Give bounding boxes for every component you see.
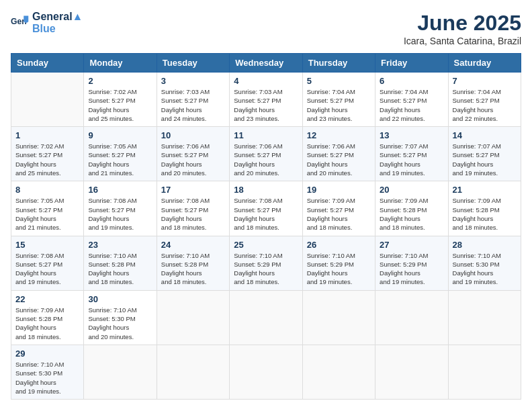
day-number: 17 — [161, 185, 225, 195]
calendar-cell: 3 Sunrise: 7:03 AM Sunset: 5:27 PM Dayli… — [157, 73, 229, 127]
calendar-cell — [157, 290, 229, 345]
day-info: Sunrise: 7:04 AM Sunset: 5:27 PM Dayligh… — [380, 87, 443, 123]
day-info: Sunrise: 7:05 AM Sunset: 5:27 PM Dayligh… — [88, 142, 152, 177]
month-title: June 2025 — [404, 11, 521, 36]
calendar-cell: 7 Sunrise: 7:04 AM Sunset: 5:27 PM Dayli… — [448, 73, 521, 127]
day-info: Sunrise: 7:08 AM Sunset: 5:27 PM Dayligh… — [15, 251, 79, 287]
page-header: Gen General▲ Blue June 2025 Icara, Santa… — [11, 11, 521, 46]
logo-text: General▲ Blue — [32, 11, 83, 35]
day-info: Sunrise: 7:10 AM Sunset: 5:29 PM Dayligh… — [380, 251, 443, 287]
calendar-week-4: 15 Sunrise: 7:08 AM Sunset: 5:27 PM Dayl… — [11, 236, 521, 290]
calendar-cell — [375, 290, 448, 345]
calendar-cell — [230, 345, 302, 399]
day-number: 4 — [234, 76, 298, 86]
calendar-cell — [11, 73, 84, 127]
day-info: Sunrise: 7:09 AM Sunset: 5:27 PM Dayligh… — [307, 196, 371, 232]
day-info: Sunrise: 7:08 AM Sunset: 5:27 PM Dayligh… — [88, 196, 152, 232]
calendar-cell — [230, 290, 302, 345]
calendar-cell: 15 Sunrise: 7:08 AM Sunset: 5:27 PM Dayl… — [11, 236, 84, 290]
day-number: 21 — [453, 185, 517, 195]
calendar-week-5: 22 Sunrise: 7:09 AM Sunset: 5:28 PM Dayl… — [11, 290, 521, 345]
calendar-cell: 20 Sunrise: 7:09 AM Sunset: 5:28 PM Dayl… — [375, 181, 448, 236]
calendar-cell: 27 Sunrise: 7:10 AM Sunset: 5:29 PM Dayl… — [375, 236, 448, 290]
day-number: 6 — [380, 76, 443, 86]
day-info: Sunrise: 7:07 AM Sunset: 5:27 PM Dayligh… — [380, 142, 443, 177]
day-number: 15 — [15, 240, 79, 250]
day-number: 2 — [88, 76, 152, 86]
day-info: Sunrise: 7:05 AM Sunset: 5:27 PM Dayligh… — [15, 196, 79, 232]
day-number: 7 — [453, 76, 517, 86]
column-header-tuesday: Tuesday — [157, 54, 229, 73]
column-header-saturday: Saturday — [448, 54, 521, 73]
column-header-thursday: Thursday — [302, 54, 375, 73]
calendar-cell: 9 Sunrise: 7:05 AM Sunset: 5:27 PM Dayli… — [84, 127, 157, 181]
day-info: Sunrise: 7:02 AM Sunset: 5:27 PM Dayligh… — [15, 142, 79, 177]
column-header-sunday: Sunday — [11, 54, 84, 73]
calendar-cell — [448, 290, 521, 345]
calendar-week-3: 8 Sunrise: 7:05 AM Sunset: 5:27 PM Dayli… — [11, 181, 521, 236]
calendar-cell: 5 Sunrise: 7:04 AM Sunset: 5:27 PM Dayli… — [302, 73, 375, 127]
calendar-cell: 24 Sunrise: 7:10 AM Sunset: 5:28 PM Dayl… — [157, 236, 229, 290]
day-number: 27 — [380, 240, 443, 250]
day-info: Sunrise: 7:06 AM Sunset: 5:27 PM Dayligh… — [307, 142, 371, 177]
calendar-cell: 6 Sunrise: 7:04 AM Sunset: 5:27 PM Dayli… — [375, 73, 448, 127]
calendar-cell: 14 Sunrise: 7:07 AM Sunset: 5:27 PM Dayl… — [448, 127, 521, 181]
day-info: Sunrise: 7:06 AM Sunset: 5:27 PM Dayligh… — [234, 142, 298, 177]
logo: Gen General▲ Blue — [11, 11, 83, 35]
day-info: Sunrise: 7:10 AM Sunset: 5:29 PM Dayligh… — [234, 251, 298, 287]
column-header-monday: Monday — [84, 54, 157, 73]
day-number: 5 — [307, 76, 371, 86]
day-info: Sunrise: 7:06 AM Sunset: 5:27 PM Dayligh… — [161, 142, 225, 177]
calendar-cell: 28 Sunrise: 7:10 AM Sunset: 5:30 PM Dayl… — [448, 236, 521, 290]
day-number: 24 — [161, 240, 225, 250]
calendar-cell: 21 Sunrise: 7:09 AM Sunset: 5:28 PM Dayl… — [448, 181, 521, 236]
day-info: Sunrise: 7:07 AM Sunset: 5:27 PM Dayligh… — [453, 142, 517, 177]
day-number: 9 — [88, 130, 152, 140]
day-info: Sunrise: 7:10 AM Sunset: 5:28 PM Dayligh… — [88, 251, 152, 287]
calendar-cell: 10 Sunrise: 7:06 AM Sunset: 5:27 PM Dayl… — [157, 127, 229, 181]
title-block: June 2025 Icara, Santa Catarina, Brazil — [404, 11, 521, 46]
calendar-cell — [84, 345, 157, 399]
day-number: 26 — [307, 240, 371, 250]
day-info: Sunrise: 7:03 AM Sunset: 5:27 PM Dayligh… — [234, 87, 298, 123]
day-info: Sunrise: 7:10 AM Sunset: 5:30 PM Dayligh… — [453, 251, 517, 287]
day-number: 8 — [15, 185, 79, 195]
calendar-cell — [157, 345, 229, 399]
day-info: Sunrise: 7:02 AM Sunset: 5:27 PM Dayligh… — [88, 87, 152, 123]
day-number: 20 — [380, 185, 443, 195]
calendar-week-2: 1 Sunrise: 7:02 AM Sunset: 5:27 PM Dayli… — [11, 127, 521, 181]
calendar-cell: 13 Sunrise: 7:07 AM Sunset: 5:27 PM Dayl… — [375, 127, 448, 181]
calendar-cell: 19 Sunrise: 7:09 AM Sunset: 5:27 PM Dayl… — [302, 181, 375, 236]
day-number: 30 — [88, 294, 152, 304]
day-info: Sunrise: 7:10 AM Sunset: 5:30 PM Dayligh… — [88, 306, 152, 341]
day-number: 29 — [15, 349, 79, 359]
day-info: Sunrise: 7:09 AM Sunset: 5:28 PM Dayligh… — [453, 196, 517, 232]
day-number: 22 — [15, 294, 79, 304]
calendar-cell: 11 Sunrise: 7:06 AM Sunset: 5:27 PM Dayl… — [230, 127, 302, 181]
day-info: Sunrise: 7:09 AM Sunset: 5:28 PM Dayligh… — [380, 196, 443, 232]
location: Icara, Santa Catarina, Brazil — [404, 36, 521, 46]
day-number: 28 — [453, 240, 517, 250]
calendar-cell: 26 Sunrise: 7:10 AM Sunset: 5:29 PM Dayl… — [302, 236, 375, 290]
calendar-cell: 22 Sunrise: 7:09 AM Sunset: 5:28 PM Dayl… — [11, 290, 84, 345]
day-info: Sunrise: 7:04 AM Sunset: 5:27 PM Dayligh… — [453, 87, 517, 123]
day-number: 11 — [234, 130, 298, 140]
day-number: 12 — [307, 130, 371, 140]
calendar-cell — [302, 345, 375, 399]
column-header-wednesday: Wednesday — [230, 54, 302, 73]
calendar-week-1: 2 Sunrise: 7:02 AM Sunset: 5:27 PM Dayli… — [11, 73, 521, 127]
calendar-cell: 18 Sunrise: 7:08 AM Sunset: 5:27 PM Dayl… — [230, 181, 302, 236]
calendar-cell — [448, 345, 521, 399]
calendar-cell: 30 Sunrise: 7:10 AM Sunset: 5:30 PM Dayl… — [84, 290, 157, 345]
day-number: 1 — [15, 130, 79, 140]
calendar-cell: 25 Sunrise: 7:10 AM Sunset: 5:29 PM Dayl… — [230, 236, 302, 290]
calendar-week-6: 29 Sunrise: 7:10 AM Sunset: 5:30 PM Dayl… — [11, 345, 521, 399]
day-number: 14 — [453, 130, 517, 140]
day-info: Sunrise: 7:04 AM Sunset: 5:27 PM Dayligh… — [307, 87, 371, 123]
calendar-cell: 8 Sunrise: 7:05 AM Sunset: 5:27 PM Dayli… — [11, 181, 84, 236]
day-info: Sunrise: 7:10 AM Sunset: 5:29 PM Dayligh… — [307, 251, 371, 287]
calendar-cell: 4 Sunrise: 7:03 AM Sunset: 5:27 PM Dayli… — [230, 73, 302, 127]
day-info: Sunrise: 7:03 AM Sunset: 5:27 PM Dayligh… — [161, 87, 225, 123]
logo-icon: Gen — [11, 13, 30, 32]
calendar-cell: 1 Sunrise: 7:02 AM Sunset: 5:27 PM Dayli… — [11, 127, 84, 181]
